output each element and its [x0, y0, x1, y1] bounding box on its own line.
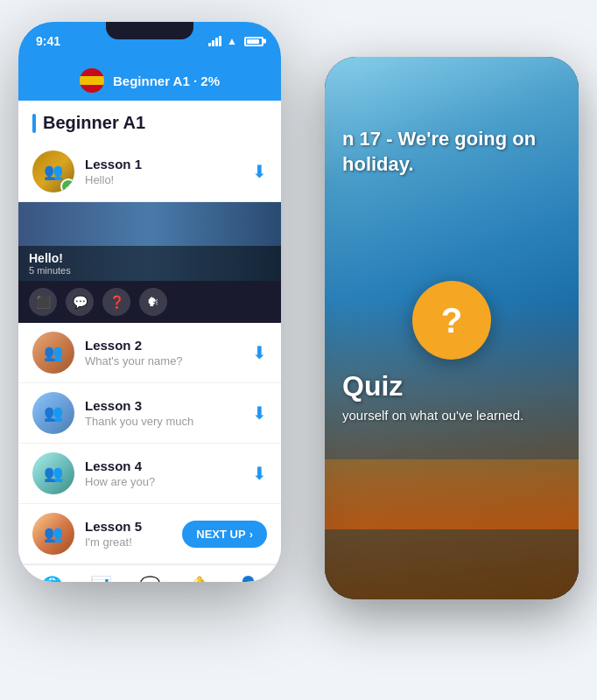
- expanded-card-title: Hello!: [29, 251, 270, 265]
- lesson-3-info: Lesson 3 Thank you very much: [85, 398, 242, 428]
- nav-item-me[interactable]: 👤 Me: [223, 575, 272, 582]
- nav-item-social[interactable]: 💬 Social: [125, 575, 174, 582]
- quiz-circle[interactable]: ?: [412, 281, 491, 360]
- quiz-label-area: Quiz yourself on what ou've learned.: [342, 370, 523, 424]
- section-title: Beginner A1: [43, 113, 145, 133]
- lesson-header-text: n 17 - We're going on holiday.: [342, 127, 579, 177]
- notifications-icon: 🔔: [188, 575, 210, 582]
- notch: [106, 22, 193, 39]
- battery-icon: [244, 37, 263, 46]
- next-up-button[interactable]: NEXT UP ›: [182, 521, 267, 548]
- scene: n 17 - We're going on holiday. ? Quiz yo…: [18, 22, 579, 678]
- signal-bars-icon: [208, 36, 221, 46]
- lesson-item-4[interactable]: 👥 Lesson 4 How are you? ⬇: [18, 444, 281, 504]
- section-bar-indicator: [32, 114, 36, 133]
- expanded-overlay: Hello! 5 minutes: [18, 246, 281, 281]
- lesson-expanded-card: Hello! 5 minutes ⬛ 💬 ❓ 🗣: [18, 202, 281, 323]
- lesson-1-title: Lesson 1: [85, 157, 242, 172]
- completed-badge: ✓: [60, 178, 74, 192]
- lesson-3-subtitle: Thank you very much: [85, 415, 242, 428]
- lesson-5-info: Lesson 5 I'm great!: [85, 519, 172, 549]
- lesson-2-avatar: 👥: [32, 332, 74, 374]
- lesson-1-info: Lesson 1 Hello!: [85, 157, 242, 186]
- next-up-chevron: ›: [249, 528, 253, 541]
- water-reflection: [325, 459, 579, 529]
- section-header: Beginner A1: [18, 101, 281, 142]
- spanish-flag: [80, 68, 104, 93]
- phone-back: n 17 - We're going on holiday. ? Quiz yo…: [325, 57, 579, 599]
- quiz-question-mark: ?: [441, 301, 462, 340]
- lesson-3-title: Lesson 3: [85, 398, 242, 413]
- lesson-item-2[interactable]: 👥 Lesson 2 What's your name? ⬇: [18, 323, 281, 383]
- lesson-item-1[interactable]: 👥 ✓ Lesson 1 Hello! ⬇: [18, 142, 281, 202]
- expanded-action-icons: ⬛ 💬 ❓ 🗣: [18, 281, 281, 323]
- phone-front: 9:41 ▲ Beginner A1 · 2%: [18, 22, 281, 582]
- status-time: 9:41: [36, 34, 60, 48]
- header-bar: Beginner A1 · 2%: [18, 60, 281, 101]
- nav-item-notifications[interactable]: 🔔 Notifications: [174, 575, 223, 582]
- speech-icon[interactable]: 🗣: [139, 288, 167, 316]
- lesson-5-avatar: 👥: [32, 513, 74, 555]
- lesson-4-subtitle: How are you?: [85, 475, 242, 488]
- lesson-2-title: Lesson 2: [85, 338, 242, 353]
- expanded-bg: Hello! 5 minutes: [18, 202, 281, 281]
- lesson-4-avatar: 👥: [32, 452, 74, 494]
- me-icon: 👤: [237, 575, 259, 582]
- status-icons: ▲: [208, 35, 263, 47]
- download-icon-1[interactable]: ⬇: [252, 161, 267, 182]
- wifi-icon: ▲: [227, 35, 237, 47]
- expanded-card-time: 5 minutes: [29, 265, 270, 276]
- next-up-label: NEXT UP: [196, 528, 245, 541]
- social-icon: 💬: [139, 575, 161, 582]
- quiz-title: Quiz: [342, 370, 523, 402]
- download-icon-3[interactable]: ⬇: [252, 402, 267, 424]
- lesson-5-title: Lesson 5: [85, 519, 172, 534]
- flashcard-icon[interactable]: ⬛: [29, 288, 57, 316]
- lesson-2-info: Lesson 2 What's your name?: [85, 338, 242, 368]
- lesson-1-subtitle: Hello!: [85, 173, 242, 186]
- nav-item-learn[interactable]: 🌐 Learn: [27, 575, 76, 582]
- nav-item-review[interactable]: 📊 Review: [76, 575, 125, 582]
- lesson-item-3[interactable]: 👥 Lesson 3 Thank you very much ⬇: [18, 383, 281, 444]
- lesson-title-text: n 17 - We're going on holiday.: [342, 128, 536, 175]
- lesson-4-title: Lesson 4: [85, 458, 242, 473]
- conversation-icon[interactable]: 💬: [66, 288, 94, 316]
- quiz-description: yourself on what ou've learned.: [342, 406, 523, 424]
- download-icon-2[interactable]: ⬇: [252, 342, 267, 363]
- bottom-navigation: 🌐 Learn 📊 Review 💬 Social 🔔 Notification…: [18, 564, 281, 582]
- lesson-4-info: Lesson 4 How are you?: [85, 458, 242, 488]
- lesson-1-avatar: 👥 ✓: [32, 150, 74, 192]
- review-icon: 📊: [90, 575, 112, 582]
- lesson-3-avatar: 👥: [32, 392, 74, 434]
- lesson-5-subtitle: I'm great!: [85, 536, 172, 549]
- phone-back-background: n 17 - We're going on holiday. ? Quiz yo…: [325, 57, 579, 599]
- quiz-icon-small[interactable]: ❓: [102, 288, 130, 316]
- download-icon-4[interactable]: ⬇: [252, 463, 267, 484]
- header-title: Beginner A1 · 2%: [113, 74, 220, 88]
- learn-icon: 🌐: [41, 575, 63, 582]
- lesson-2-subtitle: What's your name?: [85, 354, 242, 368]
- lesson-item-5[interactable]: 👥 Lesson 5 I'm great! NEXT UP ›: [18, 504, 281, 564]
